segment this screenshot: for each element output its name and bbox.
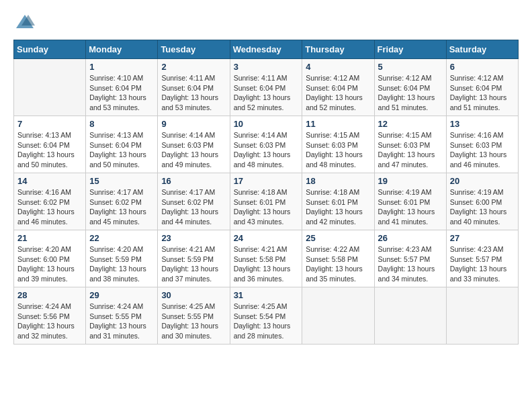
- calendar-cell: 17Sunrise: 4:18 AM Sunset: 6:01 PM Dayli…: [230, 173, 302, 230]
- day-number: 12: [378, 119, 443, 129]
- day-number: 28: [17, 290, 82, 300]
- day-number: 9: [161, 119, 226, 129]
- calendar-cell: 15Sunrise: 4:17 AM Sunset: 6:02 PM Dayli…: [86, 173, 158, 230]
- cell-content: Sunrise: 4:23 AM Sunset: 5:57 PM Dayligh…: [450, 244, 515, 284]
- cell-content: Sunrise: 4:15 AM Sunset: 6:03 PM Dayligh…: [306, 130, 370, 170]
- cell-content: Sunrise: 4:22 AM Sunset: 5:58 PM Dayligh…: [306, 244, 370, 284]
- day-number: 5: [378, 62, 443, 72]
- day-number: 31: [234, 290, 299, 300]
- cell-content: Sunrise: 4:20 AM Sunset: 6:00 PM Dayligh…: [17, 244, 82, 284]
- day-number: 1: [89, 62, 154, 72]
- day-number: 22: [89, 233, 154, 243]
- cell-content: Sunrise: 4:18 AM Sunset: 6:01 PM Dayligh…: [234, 187, 299, 227]
- day-number: 7: [17, 119, 82, 129]
- day-number: 6: [450, 62, 515, 72]
- page-header: [13, 13, 519, 33]
- day-number: 26: [378, 233, 443, 243]
- cell-content: Sunrise: 4:16 AM Sunset: 6:02 PM Dayligh…: [17, 187, 82, 227]
- day-number: 13: [450, 119, 515, 129]
- cell-content: Sunrise: 4:16 AM Sunset: 6:03 PM Dayligh…: [450, 130, 515, 170]
- calendar-cell: 25Sunrise: 4:22 AM Sunset: 5:58 PM Dayli…: [302, 230, 374, 287]
- weekday-header-thursday: Thursday: [302, 40, 374, 59]
- day-number: 23: [161, 233, 226, 243]
- cell-content: Sunrise: 4:21 AM Sunset: 5:58 PM Dayligh…: [234, 244, 299, 284]
- calendar-cell: 4Sunrise: 4:12 AM Sunset: 6:04 PM Daylig…: [302, 59, 374, 116]
- weekday-header-monday: Monday: [86, 40, 158, 59]
- calendar-cell: 9Sunrise: 4:14 AM Sunset: 6:03 PM Daylig…: [158, 116, 230, 173]
- day-number: 17: [234, 176, 299, 186]
- cell-content: Sunrise: 4:20 AM Sunset: 5:59 PM Dayligh…: [89, 244, 154, 284]
- calendar-header: SundayMondayTuesdayWednesdayThursdayFrid…: [14, 40, 519, 59]
- day-number: 16: [161, 176, 226, 186]
- day-number: 27: [450, 233, 515, 243]
- cell-content: Sunrise: 4:23 AM Sunset: 5:57 PM Dayligh…: [378, 244, 443, 284]
- cell-content: Sunrise: 4:12 AM Sunset: 6:04 PM Dayligh…: [450, 73, 515, 113]
- cell-content: Sunrise: 4:17 AM Sunset: 6:02 PM Dayligh…: [161, 187, 226, 227]
- calendar-cell: 11Sunrise: 4:15 AM Sunset: 6:03 PM Dayli…: [302, 116, 374, 173]
- calendar-cell: 16Sunrise: 4:17 AM Sunset: 6:02 PM Dayli…: [158, 173, 230, 230]
- cell-content: Sunrise: 4:13 AM Sunset: 6:04 PM Dayligh…: [17, 130, 82, 170]
- cell-content: Sunrise: 4:13 AM Sunset: 6:04 PM Dayligh…: [89, 130, 154, 170]
- day-number: 4: [306, 62, 370, 72]
- weekday-header-tuesday: Tuesday: [158, 40, 230, 59]
- calendar-cell: [446, 287, 518, 345]
- day-number: 2: [161, 62, 226, 72]
- weekday-header-sunday: Sunday: [14, 40, 86, 59]
- calendar-week-row: 21Sunrise: 4:20 AM Sunset: 6:00 PM Dayli…: [14, 230, 519, 287]
- cell-content: Sunrise: 4:12 AM Sunset: 6:04 PM Dayligh…: [378, 73, 443, 113]
- cell-content: Sunrise: 4:11 AM Sunset: 6:04 PM Dayligh…: [161, 73, 226, 113]
- calendar-cell: 27Sunrise: 4:23 AM Sunset: 5:57 PM Dayli…: [446, 230, 518, 287]
- cell-content: Sunrise: 4:10 AM Sunset: 6:04 PM Dayligh…: [89, 73, 154, 113]
- calendar-cell: 26Sunrise: 4:23 AM Sunset: 5:57 PM Dayli…: [374, 230, 446, 287]
- calendar-cell: [302, 287, 374, 345]
- calendar-cell: 18Sunrise: 4:18 AM Sunset: 6:01 PM Dayli…: [302, 173, 374, 230]
- calendar-week-row: 7Sunrise: 4:13 AM Sunset: 6:04 PM Daylig…: [14, 116, 519, 173]
- calendar-cell: 28Sunrise: 4:24 AM Sunset: 5:56 PM Dayli…: [14, 287, 86, 345]
- calendar-cell: 12Sunrise: 4:15 AM Sunset: 6:03 PM Dayli…: [374, 116, 446, 173]
- calendar-cell: 13Sunrise: 4:16 AM Sunset: 6:03 PM Dayli…: [446, 116, 518, 173]
- day-number: 8: [89, 119, 154, 129]
- day-number: 3: [234, 62, 299, 72]
- calendar-cell: 30Sunrise: 4:25 AM Sunset: 5:55 PM Dayli…: [158, 287, 230, 345]
- day-number: 15: [89, 176, 154, 186]
- calendar-body: 1Sunrise: 4:10 AM Sunset: 6:04 PM Daylig…: [14, 59, 519, 345]
- calendar-cell: 8Sunrise: 4:13 AM Sunset: 6:04 PM Daylig…: [86, 116, 158, 173]
- cell-content: Sunrise: 4:25 AM Sunset: 5:55 PM Dayligh…: [161, 302, 226, 341]
- calendar-week-row: 1Sunrise: 4:10 AM Sunset: 6:04 PM Daylig…: [14, 59, 519, 116]
- weekday-header-wednesday: Wednesday: [230, 40, 302, 59]
- cell-content: Sunrise: 4:12 AM Sunset: 6:04 PM Dayligh…: [306, 73, 370, 113]
- calendar-cell: 5Sunrise: 4:12 AM Sunset: 6:04 PM Daylig…: [374, 59, 446, 116]
- calendar-week-row: 28Sunrise: 4:24 AM Sunset: 5:56 PM Dayli…: [14, 287, 519, 345]
- calendar-cell: 31Sunrise: 4:25 AM Sunset: 5:54 PM Dayli…: [230, 287, 302, 345]
- calendar-table: SundayMondayTuesdayWednesdayThursdayFrid…: [13, 40, 519, 345]
- logo: [13, 13, 35, 33]
- calendar-cell: [374, 287, 446, 345]
- cell-content: Sunrise: 4:25 AM Sunset: 5:54 PM Dayligh…: [234, 302, 299, 341]
- day-number: 10: [234, 119, 299, 129]
- cell-content: Sunrise: 4:19 AM Sunset: 6:01 PM Dayligh…: [378, 187, 443, 227]
- cell-content: Sunrise: 4:21 AM Sunset: 5:59 PM Dayligh…: [161, 244, 226, 284]
- calendar-cell: 24Sunrise: 4:21 AM Sunset: 5:58 PM Dayli…: [230, 230, 302, 287]
- day-number: 11: [306, 119, 370, 129]
- cell-content: Sunrise: 4:19 AM Sunset: 6:00 PM Dayligh…: [450, 187, 515, 227]
- day-number: 18: [306, 176, 370, 186]
- cell-content: Sunrise: 4:17 AM Sunset: 6:02 PM Dayligh…: [89, 187, 154, 227]
- weekday-header-row: SundayMondayTuesdayWednesdayThursdayFrid…: [14, 40, 519, 59]
- cell-content: Sunrise: 4:14 AM Sunset: 6:03 PM Dayligh…: [161, 130, 226, 170]
- calendar-cell: 3Sunrise: 4:11 AM Sunset: 6:04 PM Daylig…: [230, 59, 302, 116]
- weekday-header-saturday: Saturday: [446, 40, 518, 59]
- calendar-cell: 23Sunrise: 4:21 AM Sunset: 5:59 PM Dayli…: [158, 230, 230, 287]
- day-number: 21: [17, 233, 82, 243]
- cell-content: Sunrise: 4:11 AM Sunset: 6:04 PM Dayligh…: [234, 73, 299, 113]
- cell-content: Sunrise: 4:24 AM Sunset: 5:55 PM Dayligh…: [89, 302, 154, 341]
- calendar-cell: 21Sunrise: 4:20 AM Sunset: 6:00 PM Dayli…: [14, 230, 86, 287]
- cell-content: Sunrise: 4:14 AM Sunset: 6:03 PM Dayligh…: [234, 130, 299, 170]
- calendar-cell: 14Sunrise: 4:16 AM Sunset: 6:02 PM Dayli…: [14, 173, 86, 230]
- weekday-header-friday: Friday: [374, 40, 446, 59]
- calendar-cell: 7Sunrise: 4:13 AM Sunset: 6:04 PM Daylig…: [14, 116, 86, 173]
- calendar-cell: 2Sunrise: 4:11 AM Sunset: 6:04 PM Daylig…: [158, 59, 230, 116]
- cell-content: Sunrise: 4:24 AM Sunset: 5:56 PM Dayligh…: [17, 302, 82, 341]
- calendar-cell: 19Sunrise: 4:19 AM Sunset: 6:01 PM Dayli…: [374, 173, 446, 230]
- day-number: 19: [378, 176, 443, 186]
- calendar-cell: 10Sunrise: 4:14 AM Sunset: 6:03 PM Dayli…: [230, 116, 302, 173]
